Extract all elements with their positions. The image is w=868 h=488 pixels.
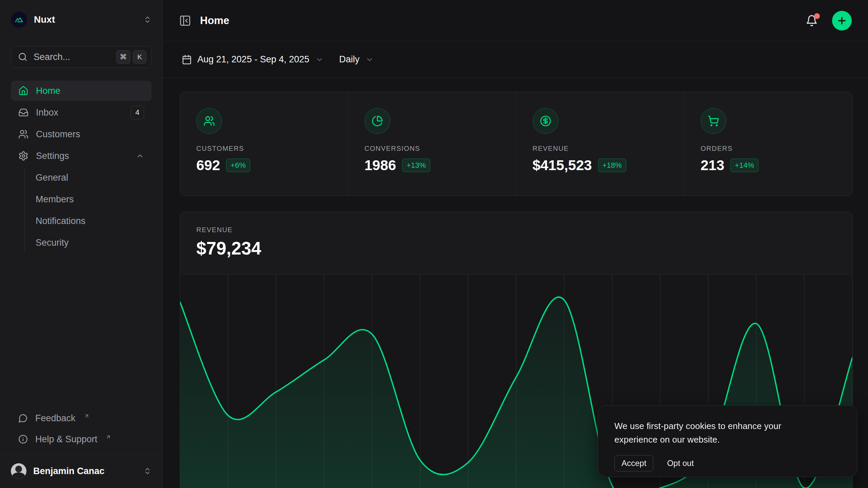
chevrons-up-down-icon: [143, 467, 152, 475]
sidebar-item-label: Settings: [36, 151, 69, 161]
workspace-name: Nuxt: [34, 14, 55, 25]
sidebar-item-help-support[interactable]: Help & Support: [11, 429, 152, 450]
chevron-down-icon: [366, 56, 374, 64]
search-shortcut: ⌘ K: [116, 50, 146, 64]
sidebar-item-label: Home: [36, 86, 60, 96]
stat-label: ORDERS: [701, 145, 836, 152]
workspace-switcher[interactable]: Nuxt: [11, 10, 152, 29]
add-button[interactable]: [832, 11, 852, 30]
sidebar-item-security[interactable]: Security: [11, 232, 152, 253]
date-range-value: Aug 21, 2025 - Sep 4, 2025: [197, 54, 309, 65]
external-link-icon: [84, 413, 90, 419]
pie-chart-icon: [364, 108, 390, 134]
stat-delta-badge: +6%: [226, 159, 250, 172]
date-range-picker[interactable]: Aug 21, 2025 - Sep 4, 2025: [176, 50, 329, 69]
nuxt-logo-icon: [11, 12, 27, 28]
stat-delta-badge: +14%: [730, 159, 758, 172]
users-icon: [196, 108, 222, 134]
sidebar-item-customers[interactable]: Customers: [11, 124, 152, 144]
chat-bubble-icon: [18, 413, 28, 423]
info-icon: [18, 434, 28, 444]
sidebar-item-label: Help & Support: [35, 434, 97, 445]
page-title: Home: [200, 15, 229, 27]
stat-label: CUSTOMERS: [196, 145, 332, 152]
granularity-value: Daily: [339, 54, 359, 65]
kbd-cmd: ⌘: [116, 50, 130, 64]
sidebar-item-settings[interactable]: Settings: [11, 146, 152, 166]
sidebar-item-notifications[interactable]: Notifications: [11, 211, 152, 231]
notifications-button[interactable]: [804, 13, 820, 29]
avatar: [11, 463, 26, 479]
stat-customers: CUSTOMERS 692 +6%: [180, 92, 348, 196]
sidebar-item-members[interactable]: Members: [11, 189, 152, 209]
sidebar-item-label: Members: [36, 194, 74, 205]
stat-label: REVENUE: [533, 145, 668, 152]
notification-dot: [814, 13, 820, 19]
topbar: Home: [163, 0, 868, 41]
stat-value: 692: [196, 157, 220, 174]
gear-icon: [18, 151, 28, 161]
calendar-icon: [182, 55, 192, 65]
subnav-tree-line: [24, 169, 25, 251]
accept-button[interactable]: Accept: [614, 455, 653, 471]
user-name: Benjamin Canac: [33, 466, 104, 476]
stat-value: 213: [701, 157, 724, 174]
sidebar-item-label: Inbox: [36, 107, 58, 118]
stat-value: $415,523: [533, 157, 592, 174]
stat-delta-badge: +18%: [598, 159, 626, 172]
settings-subnav: General Members Notifications Security: [11, 167, 152, 254]
panel-collapse-icon[interactable]: [179, 15, 191, 27]
chevrons-up-down-icon: [143, 16, 152, 24]
user-menu[interactable]: Benjamin Canac: [11, 460, 152, 482]
chevron-up-icon: [136, 152, 144, 160]
inbox-count-badge: 4: [131, 106, 144, 119]
chevron-down-icon: [315, 56, 323, 64]
user-section: Benjamin Canac: [0, 454, 162, 488]
stat-value: 1986: [364, 157, 396, 174]
sidebar: Nuxt Search... ⌘ K Home Inbox 4: [0, 0, 163, 488]
stat-orders: ORDERS 213 +14%: [684, 92, 852, 196]
stat-label: CONVERSIONS: [364, 145, 500, 152]
revenue-chart-value: $79,234: [196, 238, 836, 259]
sidebar-item-label: Feedback: [35, 413, 76, 424]
sidebar-nav: Home Inbox 4 Customers Settings: [11, 81, 152, 254]
dollar-circle-icon: [533, 108, 558, 134]
users-icon: [18, 129, 28, 139]
sidebar-footer: Feedback Help & Support Benjamin Canac: [11, 408, 152, 488]
granularity-select[interactable]: Daily: [334, 50, 379, 69]
sidebar-item-general[interactable]: General: [11, 167, 152, 188]
sidebar-item-label: Notifications: [36, 216, 85, 226]
sidebar-item-inbox[interactable]: Inbox 4: [11, 102, 152, 123]
search-icon: [18, 52, 27, 62]
sidebar-item-feedback[interactable]: Feedback: [11, 408, 152, 429]
cookie-banner: We use first-party cookies to enhance yo…: [598, 405, 857, 477]
sidebar-item-label: Security: [36, 238, 69, 248]
stats-summary-card: CUSTOMERS 692 +6% CONVERSIONS 1986 +13%: [180, 92, 853, 196]
stat-revenue: REVENUE $415,523 +18%: [516, 92, 685, 196]
opt-out-button[interactable]: Opt out: [667, 459, 694, 468]
sidebar-item-label: General: [36, 172, 68, 183]
stat-conversions: CONVERSIONS 1986 +13%: [348, 92, 516, 196]
sidebar-item-home[interactable]: Home: [11, 81, 152, 101]
kbd-k: K: [133, 50, 146, 64]
search-placeholder: Search...: [34, 52, 110, 62]
inbox-icon: [18, 107, 28, 118]
stat-delta-badge: +13%: [402, 159, 430, 172]
cookie-message: We use first-party cookies to enhance yo…: [614, 419, 825, 446]
revenue-chart-label: REVENUE: [196, 226, 836, 234]
search-input[interactable]: Search... ⌘ K: [11, 46, 152, 68]
filters-toolbar: Aug 21, 2025 - Sep 4, 2025 Daily: [163, 41, 868, 78]
shopping-cart-icon: [701, 108, 726, 134]
plus-icon: [836, 15, 847, 26]
sidebar-item-label: Customers: [36, 129, 80, 140]
external-link-icon: [105, 434, 111, 440]
home-icon: [18, 86, 28, 96]
